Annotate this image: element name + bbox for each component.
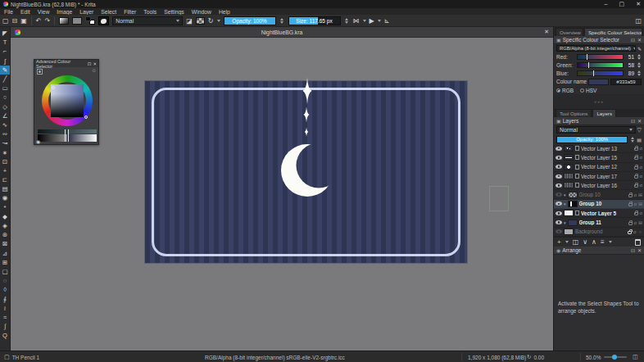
chevron-down-icon[interactable] [363,20,366,22]
colour-history-icon[interactable] [37,69,43,75]
layer-row[interactable]: Backgroundα☼ [554,228,644,237]
layer-properties-button[interactable]: ≡ [601,238,605,246]
brush-tip-icon[interactable] [98,16,109,25]
alpha-inherit-icon[interactable]: α [634,201,637,206]
chevron-down-icon[interactable] [565,241,569,243]
layer-settings-icon[interactable]: ☼ [638,229,643,234]
smart-patch-tool-icon[interactable]: ⊛ [0,230,10,239]
layer-row[interactable]: Vector Layer 12α [554,163,644,172]
calligraphy-tool-icon[interactable]: ʃ [0,57,10,66]
visibility-toggle-icon[interactable] [556,201,562,206]
save-document-icon[interactable]: ▣ [20,16,27,26]
rotation-value[interactable]: 0.00 [533,355,544,360]
visibility-toggle-icon[interactable] [556,174,562,179]
docker-resize-handle[interactable]: ●●● [554,94,644,109]
lock-icon[interactable] [628,222,633,225]
visibility-toggle-icon[interactable] [556,183,562,188]
rect-select-tool-icon[interactable]: ▢ [0,267,10,276]
group-expand-icon[interactable]: ▾ [564,220,566,225]
transform-tool-icon[interactable]: ⊡ [0,157,10,166]
blue-spinner[interactable] [636,70,642,76]
close-docker-icon[interactable]: ✕ [637,247,642,253]
layer-opacity-spinner[interactable] [629,137,635,143]
shade-strip-light[interactable] [67,134,97,142]
selection-status-icon[interactable]: ▢ [4,354,10,360]
layer-blend-mode-dropdown[interactable]: Normal [556,126,636,133]
lock-icon[interactable] [634,184,638,188]
float-docker-icon[interactable]: ⊡ [88,61,92,66]
eyedropper-icon[interactable]: ◉ [36,138,40,144]
new-document-icon[interactable]: ▢ [2,16,9,26]
visibility-toggle-icon[interactable] [556,165,562,169]
playback-icon[interactable]: ▶ [370,16,374,26]
reload-preset-icon[interactable]: ↻ [208,16,214,26]
reference-images-tool-icon[interactable]: ⊞ [0,258,10,267]
tab-specific-colour-selector[interactable]: Specific Colour Selector [584,28,642,36]
crop-tool-icon[interactable]: ⊏ [0,175,10,184]
visibility-toggle-icon[interactable] [556,147,562,151]
close-docker-icon[interactable]: ✕ [637,37,642,43]
zoom-value[interactable]: 50.0% [586,351,601,362]
alpha-inherit-icon[interactable]: α [640,183,642,188]
canvas-area[interactable]: Advanced Colour Selector ⊡ ✕ ☼ [11,38,553,351]
alpha-inherit-icon[interactable]: α [640,146,642,151]
alpha-inherit-icon[interactable]: α [640,210,642,215]
select-shapes-tool-icon[interactable]: ◤ [0,29,10,38]
visibility-toggle-icon[interactable] [556,211,562,215]
chevron-down-icon[interactable] [609,241,612,243]
group-expand-icon[interactable]: ▾ [564,201,566,206]
lock-icon[interactable] [634,147,638,151]
polygon-select-tool-icon[interactable]: ◊ [0,285,10,294]
mode-radio-rgb[interactable]: RGB [556,88,574,93]
bezier-select-tool-icon[interactable]: ∫ [0,322,10,331]
lock-icon[interactable] [628,231,632,234]
green-slider[interactable] [577,62,624,68]
selector-settings-icon[interactable]: ✎ [637,46,642,52]
enclose-fill-tool-icon[interactable]: ◈ [0,221,10,230]
layer-row[interactable]: Vector Layer 5α [554,209,644,218]
colour-history-strip[interactable] [38,129,97,133]
brush-size-spinner[interactable] [344,18,350,24]
menu-window[interactable]: Window [192,9,211,15]
menu-image[interactable]: Image [57,9,72,15]
dynamic-brush-tool-icon[interactable]: ↝ [0,138,10,147]
text-tool-icon[interactable]: T [0,38,10,47]
measure-tool-icon[interactable]: ⊿ [0,249,10,258]
mirror-icon[interactable]: ⋈ [353,16,360,26]
move-layer-down-button[interactable]: ∨ [583,238,587,246]
rotation-icon[interactable]: ↻ [527,354,531,360]
menu-settings[interactable]: Settings [164,9,184,15]
freehand-brush-tool-icon[interactable]: ✎ [0,66,10,75]
close-button[interactable]: ✕ [636,0,641,8]
lock-icon[interactable] [634,175,638,179]
alpha-inherit-icon[interactable]: α [634,192,637,197]
open-document-icon[interactable]: ⊟ [12,16,18,26]
colour-model-dropdown[interactable]: RGB/Alpha (8-bit integer/channel) [556,45,636,52]
layer-row[interactable]: ▾Group 10α⊞ [554,200,644,209]
zoom-slider-handle[interactable] [612,355,617,360]
freehand-select-tool-icon[interactable]: ∮ [0,294,10,303]
specific-colour-selector-header[interactable]: ▣ Specific Colour Selector ⊡ ✕ [554,36,644,44]
layer-row[interactable]: Vector Layer 16α [554,181,644,190]
minimize-button[interactable]: – [605,0,608,8]
polyline-tool-icon[interactable]: ∠ [0,111,10,120]
colorize-mask-tool-icon[interactable]: ⊠ [0,239,10,248]
float-docker-icon[interactable]: ⊡ [631,247,635,253]
preserve-alpha-icon[interactable] [196,17,205,25]
choose-workspace-icon[interactable]: ◫ [635,16,642,26]
shape-selection-outline[interactable] [489,186,509,211]
alpha-inherit-icon[interactable]: α [640,155,642,160]
passthrough-icon[interactable]: ⊞ [638,219,642,225]
foreground-background-colors[interactable] [85,16,95,25]
move-layer-up-button[interactable]: ∧ [592,238,596,246]
red-spinner[interactable] [636,54,642,60]
menu-tools[interactable]: Tools [143,9,156,15]
tab-tool-options[interactable]: Tool Options [556,109,592,117]
layer-row[interactable]: ▾Group 11α⊞ [554,218,644,227]
multibrush-tool-icon[interactable]: ∗ [0,147,10,156]
tab-overview[interactable]: Overview [556,28,583,36]
ellipse-select-tool-icon[interactable]: ◌ [0,276,10,285]
saturation-value-square[interactable] [51,84,84,117]
fill-tool-icon[interactable]: ◆ [0,212,10,221]
undo-icon[interactable]: ↶ [36,16,42,26]
